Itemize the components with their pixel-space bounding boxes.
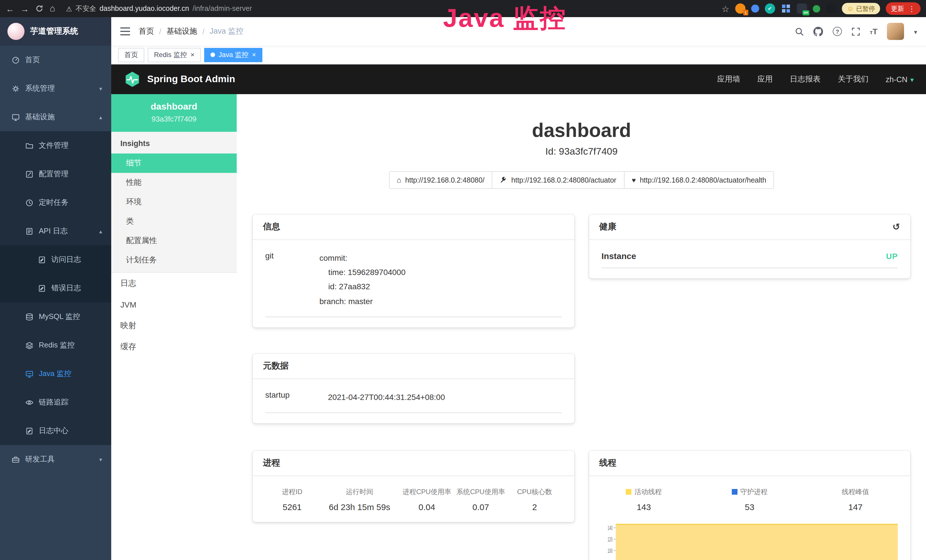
sidebar-item-scheduled-tasks[interactable]: 定时任务 xyxy=(0,188,111,217)
status-badge: UP xyxy=(886,251,898,260)
sba-menu-environment[interactable]: 环境 xyxy=(111,192,237,212)
spring-boot-admin-logo[interactable] xyxy=(124,71,141,88)
sidebar-item-tracing[interactable]: 链路追踪 xyxy=(0,388,111,416)
update-button[interactable]: 更新 xyxy=(886,2,921,15)
sba-brand[interactable]: Spring Boot Admin xyxy=(147,74,235,85)
database-icon xyxy=(25,312,34,321)
tab-label: Redis 监控 xyxy=(154,50,187,60)
back-icon[interactable] xyxy=(6,4,14,13)
sba-menu-metrics[interactable]: 性能 xyxy=(111,173,237,192)
sba-menu-caches[interactable]: 缓存 xyxy=(111,336,237,357)
breadcrumb-section[interactable]: 基础设施 xyxy=(166,26,197,36)
sidebar-item-config-management[interactable]: 配置管理 xyxy=(0,160,111,188)
admin-sidebar: 芋道管理系统 首页 系统管理 xyxy=(0,17,111,560)
paused-badge[interactable]: 已暂停 xyxy=(841,3,880,14)
actuator-url-chip[interactable]: http://192.168.0.2:48080/actuator xyxy=(492,171,624,189)
document-edit-icon xyxy=(38,284,46,292)
extension-icon-5[interactable]: on xyxy=(796,3,807,14)
close-tab-icon[interactable]: × xyxy=(191,51,195,58)
home-icon xyxy=(397,176,401,184)
url-host: dashboard.yudao.iocoder.cn xyxy=(100,5,189,12)
sidebar-item-api-logs[interactable]: API 日志 xyxy=(0,217,111,245)
extension-icon-2[interactable] xyxy=(751,5,759,12)
sba-instance-header[interactable]: dashboard 93a3fc7f7409 xyxy=(111,94,237,132)
extension-icon-3[interactable] xyxy=(764,3,775,14)
sidebar-item-log-center[interactable]: 日志中心 xyxy=(0,416,111,445)
sba-menu-classes[interactable]: 类 xyxy=(111,212,237,231)
browser-actions: 1 on 已暂停 更新 xyxy=(722,2,921,15)
sidebar-item-infrastructure[interactable]: 基础设施 xyxy=(0,103,111,131)
sidebar-item-file-management[interactable]: 文件管理 xyxy=(0,131,111,160)
security-warning[interactable]: 不安全 xyxy=(76,4,96,14)
folder-icon xyxy=(25,141,34,150)
logo-avatar xyxy=(8,23,24,40)
process-card-header: 进程 xyxy=(253,451,574,476)
detail-cards: 信息 git commit: time: 1596289704000 id: 2… xyxy=(253,215,910,560)
spring-boot-admin: Spring Boot Admin 应用墙 应用 日志报表 关于我们 zh-CN xyxy=(111,65,926,560)
sba-content: dashboard Id: 93a3fc7f7409 http://192.16… xyxy=(237,94,926,560)
sidebar-item-home[interactable]: 首页 xyxy=(0,45,111,74)
extension-icon-7[interactable] xyxy=(826,3,836,14)
search-icon[interactable] xyxy=(795,27,803,36)
sidebar-item-redis-monitor[interactable]: Redis 监控 xyxy=(0,331,111,359)
paused-label: 已暂停 xyxy=(856,4,875,13)
browser-menu-icon[interactable] xyxy=(908,4,915,13)
sba-menu-scheduled-tasks[interactable]: 计划任务 xyxy=(111,250,237,270)
instance-id-line: Id: 93a3fc7f7409 xyxy=(253,146,910,157)
home-icon[interactable] xyxy=(50,4,55,13)
sba-nav-language[interactable]: zh-CN xyxy=(885,75,914,83)
sba-menu-config-props[interactable]: 配置属性 xyxy=(111,231,237,250)
sba-menu-mappings[interactable]: 映射 xyxy=(111,315,237,336)
sba-nav-journal[interactable]: 日志报表 xyxy=(790,74,820,85)
main-area: 首页 / 基础设施 / Java 监控 xyxy=(111,17,926,560)
help-icon[interactable] xyxy=(833,27,842,36)
app-logo[interactable]: 芋道管理系统 xyxy=(0,17,111,45)
sidebar-item-access-logs[interactable]: 访问日志 xyxy=(0,245,111,274)
menu-label: 研发工具 xyxy=(25,454,55,465)
extension-icon-4[interactable] xyxy=(781,3,791,14)
user-avatar[interactable] xyxy=(887,23,904,40)
sba-menu-logs[interactable]: 日志 xyxy=(111,273,237,294)
extension-icon-6[interactable] xyxy=(813,5,820,12)
health-card: 健康 Instance UP xyxy=(589,215,910,278)
health-url-chip[interactable]: http://192.168.0.2:48080/actuator/health xyxy=(624,171,774,189)
history-icon[interactable] xyxy=(892,221,900,232)
ytick-140: 140 xyxy=(607,524,612,531)
sba-nav-about[interactable]: 关于我们 xyxy=(838,74,869,85)
extension-badge: 1 xyxy=(743,10,748,15)
forward-icon[interactable] xyxy=(21,4,29,13)
tab-java-monitor[interactable]: Java 监控 × xyxy=(204,48,262,62)
fullscreen-icon[interactable] xyxy=(852,27,860,36)
sba-group-label[interactable]: Insights xyxy=(111,132,237,153)
sba-nav-applications[interactable]: 应用 xyxy=(757,74,773,85)
menu-label: 文件管理 xyxy=(39,140,68,151)
address-bar[interactable]: 不安全 dashboard.yudao.iocoder.cn /infra/ad… xyxy=(66,3,715,14)
github-icon[interactable] xyxy=(813,27,823,36)
sidebar-item-error-logs[interactable]: 错误日志 xyxy=(0,274,111,303)
sidebar-item-mysql-monitor[interactable]: MySQL 监控 xyxy=(0,303,111,331)
service-url-chip[interactable]: http://192.168.0.2:48080/ xyxy=(389,171,493,189)
extension-on-badge: on xyxy=(802,10,809,15)
bookmark-star-icon[interactable] xyxy=(722,4,729,13)
live-threads-area xyxy=(616,524,898,560)
sba-nav-wallboard[interactable]: 应用墙 xyxy=(717,74,740,85)
user-caret-icon[interactable] xyxy=(914,26,917,36)
extension-icon-1[interactable]: 1 xyxy=(735,3,745,14)
menu-label: API 日志 xyxy=(39,226,68,236)
process-card: 进程 进程ID 5261 xyxy=(253,451,574,522)
process-table: 进程ID 5261 运行时间 6d 23h 15m 59s xyxy=(265,487,561,512)
sidebar-item-java-monitor[interactable]: Java 监控 xyxy=(0,359,111,388)
sba-menu-details[interactable]: 细节 xyxy=(111,153,237,173)
close-tab-icon[interactable]: × xyxy=(252,51,256,58)
url-path: /infra/admin-server xyxy=(192,5,252,12)
health-instance-row[interactable]: Instance UP xyxy=(601,251,898,268)
reload-icon[interactable] xyxy=(35,5,43,12)
sidebar-item-system[interactable]: 系统管理 xyxy=(0,74,111,103)
font-size-icon[interactable] xyxy=(870,26,878,36)
sidebar-item-dev-tools[interactable]: 研发工具 xyxy=(0,445,111,474)
breadcrumb-home[interactable]: 首页 xyxy=(139,26,154,36)
tab-home[interactable]: 首页 xyxy=(118,48,144,62)
hamburger-icon[interactable] xyxy=(120,27,130,35)
tab-redis-monitor[interactable]: Redis 监控 × xyxy=(148,48,201,62)
sba-menu-jvm[interactable]: JVM xyxy=(111,294,237,315)
